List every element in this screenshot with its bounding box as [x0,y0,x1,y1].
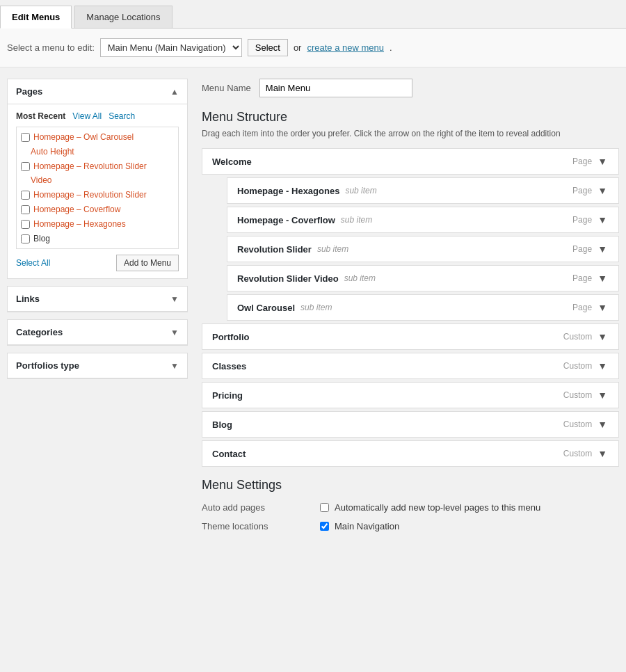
pages-subtabs: Most Recent View All Search [16,111,179,121]
tabs-bar: Edit Menus Manage Locations [0,0,626,29]
select-menu-bar: Select a menu to edit: Main Menu (Main N… [0,29,626,67]
theme-locations-row: Theme locations Main Navigation [202,521,619,531]
menu-name-label: Menu Name [202,83,251,93]
main-layout: Pages ▲ Most Recent View All Search Home… [0,67,626,666]
menu-item-owl-carousel-type: Page ▼ [572,302,609,313]
menu-item-coverflow[interactable]: Homepage - Coverflow sub item Page ▼ [227,207,619,233]
select-button[interactable]: Select [248,39,288,56]
categories-accordion-header[interactable]: Categories ▼ [8,320,187,345]
page-checkbox-3[interactable] [21,162,30,171]
menu-item-revolution-slider-expand[interactable]: ▼ [596,243,609,255]
list-item: Blog [21,232,174,246]
page-label-4[interactable]: Video [31,175,51,186]
portfolios-title: Portfolios type [16,360,79,371]
menu-item-owl-carousel[interactable]: Owl Carousel sub item Page ▼ [227,294,619,321]
menu-item-revolution-slider[interactable]: Revolution Slider sub item Page ▼ [227,236,619,262]
list-item: Auto Height [21,145,174,159]
menu-item-welcome-expand[interactable]: ▼ [596,156,609,167]
tab-manage-locations[interactable]: Manage Locations [74,6,172,28]
auto-add-pages-label: Auto add pages [202,502,299,513]
pages-list[interactable]: Homepage – Owl Carousel Auto Height Home… [16,127,179,249]
menu-item-hexagones-expand[interactable]: ▼ [596,185,609,196]
menu-item-coverflow-type: Page ▼ [572,214,609,225]
auto-add-pages-checkbox[interactable] [320,503,329,512]
links-chevron-icon: ▼ [170,294,179,304]
menu-item-blog-type: Custom ▼ [563,419,609,430]
page-label-6[interactable]: Homepage – Coverflow [33,204,120,216]
tab-view-all[interactable]: View All [72,111,102,121]
auto-add-pages-text: Automatically add new top-level pages to… [335,502,540,513]
add-to-menu-button[interactable]: Add to Menu [116,255,179,271]
list-item: Homepage – Revolution Slider [21,159,174,174]
tab-most-recent[interactable]: Most Recent [16,111,65,121]
list-item: Homepage – Revolution Slider [21,188,174,202]
select-all-link[interactable]: Select All [16,258,50,268]
tab-search[interactable]: Search [109,111,135,121]
right-panel: Menu Name Menu Structure Drag each item … [195,79,626,666]
menu-select-dropdown[interactable]: Main Menu (Main Navigation) [100,38,242,57]
menu-item-contact-label: Contact [212,449,246,459]
menu-item-welcome[interactable]: Welcome Page ▼ [202,148,619,175]
main-navigation-checkbox[interactable] [320,522,329,531]
page-checkbox-5[interactable] [21,191,30,200]
page-label-3[interactable]: Homepage – Revolution Slider [33,161,147,173]
list-item: Homepage – Hexagones [21,217,174,232]
categories-chevron-icon: ▼ [170,328,179,337]
theme-locations-control: Main Navigation [320,521,399,531]
menu-structure-title: Menu Structure [202,110,619,125]
menu-item-owl-carousel-expand[interactable]: ▼ [596,302,609,313]
menu-item-classes[interactable]: Classes Custom ▼ [202,353,619,379]
menu-item-classes-type: Custom ▼ [563,360,609,371]
page-checkbox-8[interactable] [21,234,30,243]
menu-name-input[interactable] [259,79,412,97]
menu-item-blog-label: Blog [212,419,232,430]
menu-item-portfolio[interactable]: Portfolio Custom ▼ [202,323,619,350]
pages-section: Pages ▲ Most Recent View All Search Home… [7,79,188,279]
menu-item-blog[interactable]: Blog Custom ▼ [202,411,619,438]
links-title: Links [16,294,40,304]
create-new-menu-link[interactable]: create a new menu [307,42,384,53]
menu-item-revolution-video-expand[interactable]: ▼ [596,273,609,284]
menu-item-classes-expand[interactable]: ▼ [596,360,609,371]
categories-title: Categories [16,327,63,337]
main-navigation-label: Main Navigation [335,521,399,531]
menu-item-hexagones-label: Homepage - Hexagones sub item [237,186,377,196]
page-label-2[interactable]: Auto Height [31,146,74,158]
select-menu-label: Select a menu to edit: [7,42,95,53]
or-text: or [294,42,302,53]
menu-item-revolution-slider-type: Page ▼ [572,243,609,255]
menu-item-contact[interactable]: Contact Custom ▼ [202,440,619,467]
menu-item-coverflow-expand[interactable]: ▼ [596,214,609,225]
page-checkbox-1[interactable] [21,133,30,142]
page-checkbox-6[interactable] [21,205,30,214]
auto-add-pages-control: Automatically add new top-level pages to… [320,502,540,513]
menu-item-hexagones[interactable]: Homepage - Hexagones sub item Page ▼ [227,177,619,204]
theme-locations-label: Theme locations [202,521,299,531]
menu-item-portfolio-expand[interactable]: ▼ [596,331,609,342]
menu-item-blog-expand[interactable]: ▼ [596,419,609,430]
page-label-7[interactable]: Homepage – Hexagones [33,218,126,230]
auto-add-pages-row: Auto add pages Automatically add new top… [202,502,619,513]
portfolios-accordion-header[interactable]: Portfolios type ▼ [8,353,187,378]
portfolios-chevron-icon: ▼ [170,361,179,371]
create-suffix: . [390,42,392,53]
menu-item-pricing[interactable]: Pricing Custom ▼ [202,382,619,408]
menu-item-revolution-video-type: Page ▼ [572,273,609,284]
menu-items-list: Welcome Page ▼ Homepage - Hexagones sub … [202,148,619,467]
page-label-5[interactable]: Homepage – Revolution Slider [33,189,147,201]
menu-item-portfolio-type: Custom ▼ [563,331,609,342]
menu-item-revolution-video[interactable]: Revolution Slider Video sub item Page ▼ [227,265,619,291]
menu-item-contact-expand[interactable]: ▼ [596,448,609,459]
pages-accordion-header[interactable]: Pages ▲ [8,79,187,104]
menu-item-coverflow-label: Homepage - Coverflow sub item [237,215,372,225]
pages-title: Pages [16,86,42,97]
page-label-8[interactable]: Blog [33,233,50,245]
menu-item-pricing-expand[interactable]: ▼ [596,390,609,401]
menu-settings-title: Menu Settings [202,478,619,493]
links-accordion-header[interactable]: Links ▼ [8,287,187,312]
page-label-1[interactable]: Homepage – Owl Carousel [33,131,134,143]
menu-item-pricing-label: Pricing [212,390,243,401]
page-checkbox-7[interactable] [21,220,30,229]
menu-item-classes-label: Classes [212,361,246,371]
tab-edit-menus[interactable]: Edit Menus [0,6,72,29]
